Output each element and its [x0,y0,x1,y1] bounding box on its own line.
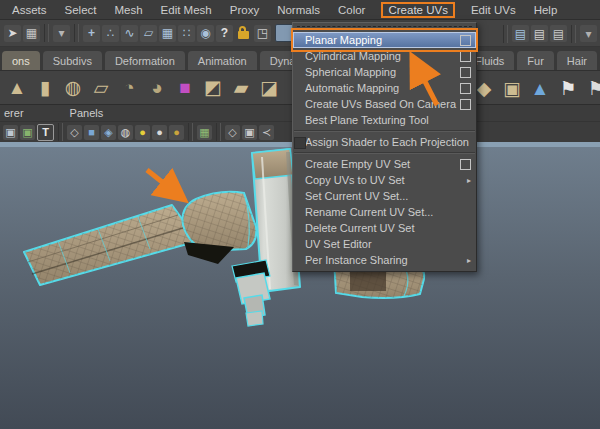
shelf-icons-right: ◆▣▲⚑⚑ [470,71,600,105]
menu-item-set-current-uv-set-[interactable]: Set Current UV Set... [293,188,476,204]
menu-item-uv-set-editor[interactable]: UV Set Editor [293,236,476,252]
render-settings-icon[interactable]: ▤ [550,25,567,42]
poly-cube-magenta-icon[interactable]: ■ [172,75,198,101]
selection-mask-menu-icon[interactable]: ▾ [53,25,70,42]
menu-item-label: Planar Mapping [305,34,460,46]
textured-mode-icon[interactable]: ◈ [101,125,116,140]
use-all-lights-icon[interactable]: ◍ [118,125,133,140]
light-yellow-icon[interactable]: ● [135,125,150,140]
render-current-frame-icon[interactable]: ▤ [512,25,529,42]
select-tool-icon[interactable]: ➤ [4,25,21,42]
statusline-expand-icon[interactable]: ▾ [580,25,597,42]
menu-help[interactable]: Help [532,3,560,17]
smooth-sphere-icon[interactable]: ◔ [116,75,142,101]
highlight-selection-icon[interactable]: ◳ [254,25,271,42]
status-line-right-group: ▤▤▤▾ [500,20,598,47]
option-box[interactable] [460,159,471,170]
menu-item-cylindrical-mapping[interactable]: Cylindrical Mapping [293,48,476,64]
poly-cylinder-icon[interactable]: ▮ [32,75,58,101]
menu-item-label: Assign Shader to Each Projection [305,136,476,148]
make-live-icon[interactable]: ◉ [197,25,214,42]
shelf-tab-animation[interactable]: Animation [188,51,257,70]
model-tip[interactable] [232,260,270,326]
image-plane-icon[interactable]: ▣ [3,125,18,140]
batch-render-2-icon[interactable]: ⚑ [583,75,600,101]
menu-item-create-empty-uv-set[interactable]: Create Empty UV Set [293,156,476,172]
shelf-tabs-right: FluidsFurHair [465,51,600,70]
menu-item-label: UV Set Editor [305,238,476,250]
option-box[interactable] [460,99,471,110]
menu-item-best-plane-texturing-tool[interactable]: Best Plane Texturing Tool [293,112,476,128]
menu-item-planar-mapping[interactable]: Planar Mapping [293,32,476,48]
poly-sphere-2-icon[interactable]: ◕ [144,75,170,101]
menu-item-rename-current-uv-set-[interactable]: Rename Current UV Set... [293,204,476,220]
exposure-icon[interactable]: ≺ [259,125,274,140]
snap-to-view-icon[interactable]: ∷ [178,25,195,42]
light-default-icon[interactable]: ● [152,125,167,140]
menu-create-uvs[interactable]: Create UVs [381,2,454,18]
lasso-select-icon[interactable]: ▦ [23,25,40,42]
menu-normals[interactable]: Normals [275,3,322,17]
menu-edit-uvs[interactable]: Edit UVs [469,3,518,17]
ipr-render-icon[interactable]: ▤ [531,25,548,42]
toolbar-separator [44,24,49,42]
batch-render-icon[interactable]: ⚑ [555,75,581,101]
shaded-mode-icon[interactable]: ■ [84,125,99,140]
poly-sphere-icon[interactable]: ◍ [60,75,86,101]
option-box[interactable] [460,51,471,62]
lock-icon[interactable] [235,25,252,42]
menu-item-copy-uvs-to-uv-set[interactable]: Copy UVs to UV Set▸ [293,172,476,188]
shelf-tab-fur[interactable]: Fur [517,51,554,70]
poly-cone-icon[interactable]: ▲ [4,75,30,101]
menu-panels[interactable]: Panels [68,106,106,120]
isolate-select-icon[interactable]: ▦ [197,125,212,140]
shelf-tab-ons[interactable]: ons [2,51,40,70]
menu-item-automatic-mapping[interactable]: Automatic Mapping [293,80,476,96]
snap-to-points-icon[interactable]: ∴ [102,25,119,42]
model-collar[interactable] [183,192,257,264]
shelf-tab-deformation[interactable]: Deformation [105,51,185,70]
film-gate-icon[interactable]: ▣ [20,125,35,140]
duplicate-face-icon[interactable]: ▱ [88,75,114,101]
menu-item-label: Automatic Mapping [305,82,460,94]
light-gold-icon[interactable]: ● [169,125,184,140]
model-handle[interactable] [24,205,198,285]
move-snap-icon[interactable]: + [83,25,100,42]
bevel-faces-icon[interactable]: ◩ [200,75,226,101]
menu-item-per-instance-sharing[interactable]: Per Instance Sharing▸ [293,252,476,268]
sculpt-faces-icon[interactable]: ◪ [256,75,282,101]
extrude-face-icon[interactable]: ▰ [228,75,254,101]
snap-to-grid-icon[interactable]: ▦ [159,25,176,42]
option-box[interactable] [460,83,471,94]
snap-to-curves-icon[interactable]: ∿ [121,25,138,42]
menu-assets[interactable]: Assets [10,3,49,17]
help-icon[interactable]: ? [216,25,233,42]
menu-item-label: Rename Current UV Set... [305,206,476,218]
item-checkbox[interactable] [294,137,306,149]
menu-separator [294,152,475,154]
menu-select[interactable]: Select [63,3,99,17]
menu-item-assign-shader-to-each-projection[interactable]: Assign Shader to Each Projection [293,134,476,150]
menu-proxy[interactable]: Proxy [228,3,261,17]
menu-edit-mesh[interactable]: Edit Mesh [159,3,214,17]
shelf-tab-subdivs[interactable]: Subdivs [43,51,102,70]
menu-mesh[interactable]: Mesh [112,3,144,17]
xray-mode-icon[interactable]: ◇ [225,125,240,140]
menu-item-spherical-mapping[interactable]: Spherical Mapping [293,64,476,80]
toolbar-separator [74,24,79,42]
option-box[interactable] [460,35,471,46]
mirror-geometry-icon[interactable]: ▣ [499,75,525,101]
wireframe-mode-icon[interactable]: ◇ [67,125,82,140]
menu-erer[interactable]: erer [2,106,26,120]
render-cone-icon[interactable]: ▲ [527,75,553,101]
xray-joints-icon[interactable]: ▣ [242,125,257,140]
option-box[interactable] [460,67,471,78]
menu-color[interactable]: Color [336,3,367,17]
texture-view-icon[interactable]: T [37,124,54,141]
snap-to-planes-icon[interactable]: ▱ [140,25,157,42]
menu-item-delete-current-uv-set[interactable]: Delete Current UV Set [293,220,476,236]
menu-tearoff-handle[interactable] [297,26,472,30]
menu-item-create-uvs-based-on-camera[interactable]: Create UVs Based On Camera [293,96,476,112]
shelf-tab-hair[interactable]: Hair [557,51,597,70]
submenu-arrow-icon: ▸ [467,176,471,185]
